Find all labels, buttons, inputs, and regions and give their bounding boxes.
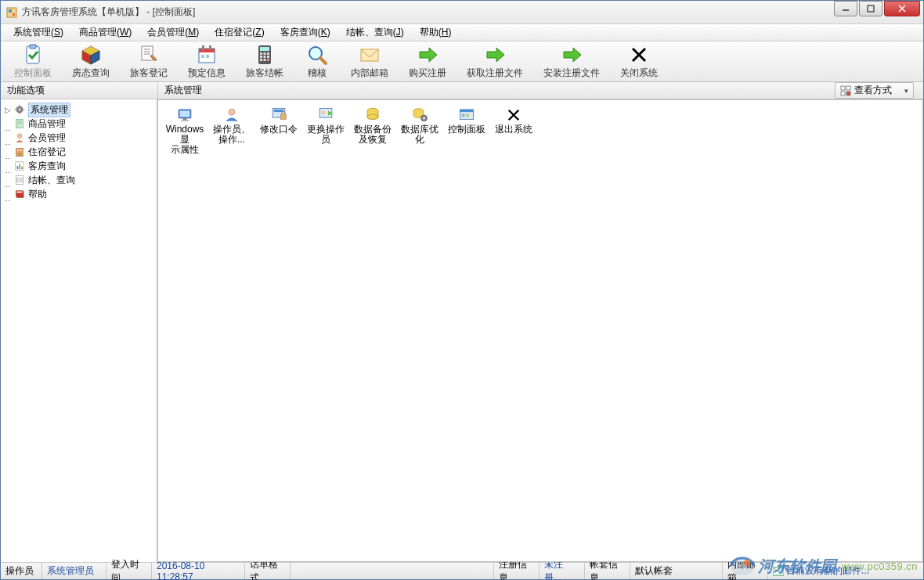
content-item-7[interactable]: 退出系统 [491,106,536,155]
status-login-time-label: 登入时间 [106,563,152,579]
tool-label: 内部邮箱 [351,67,388,80]
sidebar-tree[interactable]: ▷系统管理商品管理会员管理住宿登记客房查询结帐、查询帮助 [1,99,157,562]
svg-point-55 [17,134,22,139]
toolbtn-6[interactable]: 内部邮箱 [345,41,394,82]
svg-rect-31 [260,59,262,61]
svg-rect-25 [260,52,262,55]
content-item-label: 操作员、操作... [213,124,251,145]
svg-rect-50 [15,109,16,110]
svg-rect-71 [183,118,187,120]
db-yellow-icon [363,106,383,124]
svg-line-35 [320,58,326,63]
menu-h[interactable]: 帮助(H) [412,24,460,41]
svg-rect-20 [209,45,211,50]
tool-label: 获取注册文件 [467,67,523,80]
content-item-3[interactable]: 更换操作员 [303,106,348,155]
status-account-value: 默认帐套 [630,563,723,579]
tree-item-2[interactable]: 会员管理 [2,131,155,145]
content-item-6[interactable]: 控制面板 [444,106,489,155]
svg-rect-76 [280,114,286,119]
tree-item-1[interactable]: 商品管理 [2,117,155,131]
arrow-green-icon [484,44,506,66]
toolbtn-8[interactable]: 获取注册文件 [461,41,529,82]
toolbar: 控制面板房态查询旅客登记预定信息旅客结帐稽核内部邮箱购买注册获取注册文件安装注册… [1,41,923,82]
menu-s[interactable]: 系统管理(S) [5,24,71,41]
content-item-label: 控制面板 [448,124,485,135]
tree-expander-icon[interactable]: ▷ [2,106,13,114]
toolbtn-9[interactable]: 安装注册文件 [538,41,605,82]
content-item-label: 修改口令 [260,124,298,135]
view-mode-dropdown[interactable]: 查看方式 ▾ [835,82,914,99]
status-reg-info-label: 注册信息 [494,563,540,579]
svg-rect-26 [264,52,266,55]
window-title: 方讯客房管理系统【单机版】 - [控制面板] [22,5,834,19]
tree-label: 会员管理 [28,131,66,145]
svg-rect-52 [16,119,23,128]
svg-rect-42 [841,86,845,90]
menu-z[interactable]: 住宿登记(Z) [207,24,272,41]
status-account-label: 帐套信息 [585,563,630,579]
svg-rect-59 [19,153,20,157]
content-icons: Windows显示属性操作员、操作...修改口令更换操作员数据备份及恢复数据库优… [158,100,922,166]
content-item-label: 退出系统 [495,124,532,135]
tree-item-3[interactable]: 住宿登记 [2,145,155,159]
minimize-button[interactable] [834,1,857,16]
toolbtn-2[interactable]: 旅客登记 [125,41,173,82]
menu-k[interactable]: 客房查询(K) [273,24,338,41]
app-icon [5,6,18,19]
svg-rect-70 [180,111,190,117]
x-black-icon [504,106,524,124]
tool-label: 房态查询 [72,67,110,80]
svg-rect-45 [846,92,850,95]
cube-red-icon [80,44,102,66]
person-icon [222,106,242,124]
content-item-0[interactable]: Windows显示属性 [162,106,208,155]
tree-item-0[interactable]: ▷系统管理 [2,103,155,117]
svg-rect-68 [17,192,23,193]
svg-rect-72 [181,120,188,121]
status-operator-label: 操作员 [1,563,42,579]
tree-item-5[interactable]: 结帐、查询 [2,173,155,187]
maximize-button[interactable] [859,1,882,16]
tree-label: 系统管理 [28,103,70,117]
content-item-4[interactable]: 数据备份及恢复 [350,106,395,155]
tree-label: 客房查询 [28,160,66,173]
toolbtn-1[interactable]: 房态查询 [67,41,115,82]
magnifier-icon [306,44,328,66]
view-mode-label: 查看方式 [854,84,892,97]
svg-rect-28 [260,56,262,58]
toolbtn-4[interactable]: 旅客结帐 [240,41,289,82]
content-item-1[interactable]: 操作员、操作... [209,106,254,155]
svg-rect-1 [9,9,12,13]
status-mailbox-value[interactable]: 目前没有新的邮件... [768,563,923,579]
menu-j[interactable]: 结帐、查询(J) [338,24,412,41]
status-reg-info-value[interactable]: 未注册... [540,563,585,579]
menu-label: 结帐、查询 [346,27,393,38]
tree-item-6[interactable]: 帮助 [2,187,155,201]
hotel-icon [13,146,26,158]
toolbtn-0[interactable]: 控制面板 [9,41,57,82]
content-header: 系统管理 查看方式 ▾ [158,82,923,99]
menu-key: W [120,27,128,38]
menu-w[interactable]: 商品管理(W) [71,24,139,41]
toolbtn-3[interactable]: 预定信息 [182,41,231,82]
content-item-5[interactable]: 数据库优化 [397,106,442,155]
tree-item-4[interactable]: 客房查询 [2,159,155,173]
content-item-2[interactable]: 修改口令 [256,106,301,155]
tool-label: 旅客结帐 [246,67,283,80]
menu-key: S [54,27,60,38]
svg-rect-57 [17,150,19,151]
status-operator-value[interactable]: 系统管理员 [42,563,106,579]
status-mailbox-label: 内部邮箱 [723,563,768,579]
close-button[interactable] [884,1,920,16]
chevron-down-icon: ▾ [904,87,908,95]
toolbtn-7[interactable]: 购买注册 [403,41,452,82]
monitor-icon [175,106,195,124]
content-item-label: 数据库优化 [401,124,439,145]
content-item-label: 更换操作员 [307,124,345,145]
menu-m[interactable]: 会员管理(M) [139,24,207,41]
svg-rect-51 [23,109,24,110]
view-mode-icon [840,85,851,96]
toolbtn-5[interactable]: 稽核 [298,41,336,82]
toolbtn-10[interactable]: 关闭系统 [615,41,663,82]
